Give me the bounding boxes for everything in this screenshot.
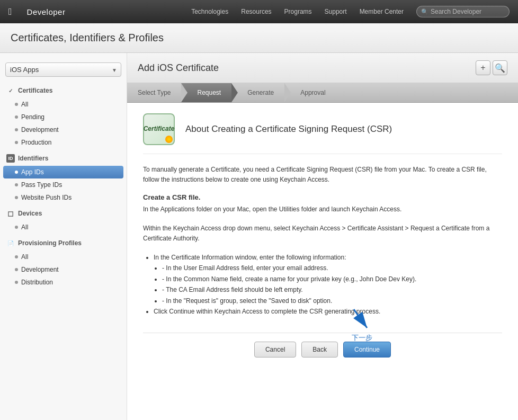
section-intro: In the Applications folder on your Mac, … [143,204,502,215]
search-button[interactable]: 🔍 [493,60,507,75]
bullet-item-2: Click Continue within Keychain Access to… [154,306,502,317]
content-title: Add iOS Certificate [138,62,219,74]
continue-button[interactable]: Continue [343,342,391,358]
add-button[interactable]: + [476,60,490,75]
provisioning-label: Provisioning Profiles [18,239,82,247]
dot-icon [15,226,18,229]
page-header: Certificates, Identifiers & Profiles [0,23,518,53]
apple-logo-icon:  [8,6,12,17]
cert-icon: Certificate [143,113,175,145]
identifiers-icon: ID [6,154,15,163]
dot-icon [15,141,18,144]
dot-icon [15,255,18,258]
main-layout: iOS Apps ✓ Certificates All Pending Deve… [0,53,518,420]
platform-select[interactable]: iOS Apps [5,62,121,77]
devices-section-header: ◻ Devices [0,206,127,221]
search-box: 🔍 [416,6,510,17]
instructions-list: In the Certificate Information window, e… [154,252,502,317]
sidebar-item-prov-distribution[interactable]: Distribution [0,276,127,289]
sidebar: iOS Apps ✓ Certificates All Pending Deve… [0,53,127,420]
sidebar-item-cert-development[interactable]: Development [0,123,127,136]
nav-technologies[interactable]: Technologies [191,8,228,15]
footer-buttons: 下一步 Cancel Back Continue [143,333,502,358]
bullet-item-1: In the Certificate Information window, e… [154,252,502,306]
cert-icon-badge [165,136,173,143]
sub-item-4: In the "Request is" group, select the "S… [162,296,502,306]
intro-text: To manually generate a Certificate, you … [143,165,502,185]
nav-support[interactable]: Support [325,8,347,15]
devices-section: ◻ Devices All [0,206,127,234]
dot-icon [15,128,18,131]
page-title: Certificates, Identifiers & Profiles [11,32,507,44]
sidebar-item-cert-production[interactable]: Production [0,136,127,149]
certificates-section-header: ✓ Certificates [0,83,127,98]
sidebar-item-prov-development[interactable]: Development [0,263,127,276]
sub-item-1: In the User Email Address field, enter y… [162,263,502,273]
annotation-arrow-svg [349,307,375,333]
annotation: 下一步 [349,307,375,343]
provisioning-section-header: 📄 Provisioning Profiles [0,236,127,251]
cancel-button[interactable]: Cancel [254,342,296,358]
dot-icon [15,115,18,119]
step-select-type[interactable]: Select Type [127,83,181,102]
certificates-label: Certificates [18,87,52,94]
back-button[interactable]: Back [301,342,338,358]
provisioning-icon: 📄 [6,239,15,247]
sidebar-item-pass-type-ids[interactable]: Pass Type IDs [0,178,127,191]
cert-header: Certificate About Creating a Certificate… [143,113,502,154]
step-approval[interactable]: Approval [284,83,336,102]
section-title: Create a CSR file. [143,193,502,201]
sidebar-item-app-ids[interactable]: App IDs [3,166,123,178]
content-area: Add iOS Certificate + 🔍 Select Type Requ… [127,53,518,420]
search-input[interactable] [431,8,505,15]
dot-icon [15,196,18,199]
sub-item-2: In the Common Name field, create a name … [162,274,502,284]
dot-icon [15,171,18,174]
sidebar-item-prov-all[interactable]: All [0,251,127,263]
certificates-section: ✓ Certificates All Pending Development P… [0,83,127,149]
dot-icon [15,103,18,106]
top-navigation:  Developer Technologies Resources Progr… [0,0,518,23]
sidebar-item-devices-all[interactable]: All [0,221,127,234]
devices-icon: ◻ [6,209,15,218]
svg-line-1 [354,309,367,328]
cert-icon-text: Certificate [144,125,175,133]
step-request[interactable]: Request [181,83,231,102]
step-generate[interactable]: Generate [231,83,284,102]
nav-resources[interactable]: Resources [241,8,271,15]
content-header: Add iOS Certificate + 🔍 [127,53,518,83]
keychain-text: Within the Keychain Access drop down men… [143,224,502,244]
annotation-text: 下一步 [352,333,372,343]
dot-icon [15,268,18,271]
content-body: Certificate About Creating a Certificate… [127,103,518,368]
identifiers-label: Identifiers [18,155,48,162]
sidebar-item-cert-pending[interactable]: Pending [0,111,127,123]
nav-member-center[interactable]: Member Center [360,8,404,15]
nav-links: Technologies Resources Programs Support … [191,8,404,15]
identifiers-section-header: ID Identifiers [0,151,127,166]
header-buttons: + 🔍 [476,60,507,75]
dot-icon [15,183,18,186]
provisioning-section: 📄 Provisioning Profiles All Development … [0,236,127,289]
identifiers-section: ID Identifiers App IDs Pass Type IDs Web… [0,151,127,204]
csr-title: About Creating a Certificate Signing Req… [185,124,392,135]
sidebar-item-website-push-ids[interactable]: Website Push IDs [0,191,127,204]
sidebar-item-cert-all[interactable]: All [0,98,127,111]
dot-icon [15,281,18,284]
nav-programs[interactable]: Programs [284,8,312,15]
sub-list-1: In the User Email Address field, enter y… [162,263,502,306]
sidebar-dropdown-wrapper[interactable]: iOS Apps [5,62,121,77]
devices-label: Devices [18,210,42,217]
search-icon: 🔍 [421,8,428,15]
developer-label: Developer [27,7,66,16]
sub-item-3: The CA Email Address field should be lef… [162,284,502,295]
certificates-icon: ✓ [6,86,15,95]
steps-bar: Select Type Request Generate Approval [127,83,518,103]
